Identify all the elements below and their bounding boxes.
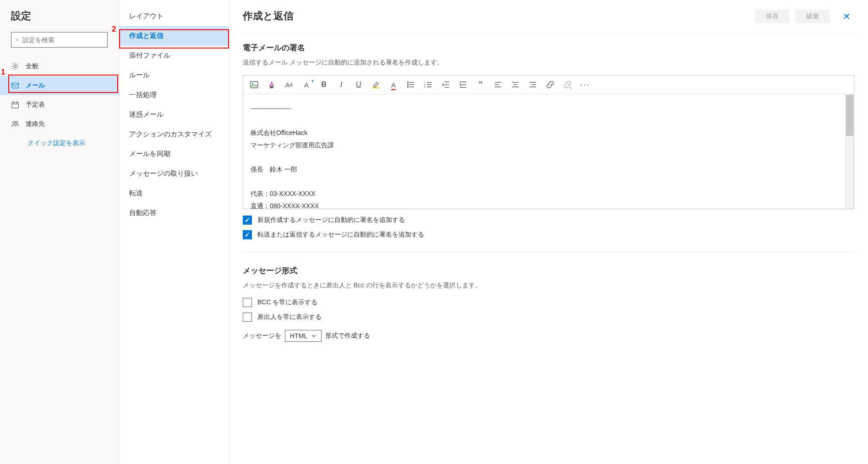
subnav-rules[interactable]: ルール bbox=[119, 65, 229, 85]
insert-image-icon[interactable] bbox=[250, 80, 259, 89]
subnav-forwarding[interactable]: 転送 bbox=[119, 183, 229, 203]
svg-point-17 bbox=[408, 84, 409, 85]
people-icon bbox=[11, 120, 19, 128]
save-button[interactable]: 保存 bbox=[755, 10, 790, 23]
nav-contacts-label: 連絡先 bbox=[26, 120, 45, 128]
outdent-icon[interactable] bbox=[441, 80, 450, 89]
checkbox-auto-sign-new-label: 新規作成するメッセージに自動的に署名を追加する bbox=[257, 216, 405, 224]
align-left-icon[interactable] bbox=[493, 80, 502, 89]
subnav-auto-reply[interactable]: 自動応答 bbox=[119, 203, 229, 223]
svg-rect-3 bbox=[12, 83, 18, 88]
svg-line-1 bbox=[18, 40, 19, 41]
close-icon[interactable]: ✕ bbox=[839, 9, 854, 24]
format-section-title: メッセージ形式 bbox=[243, 265, 854, 276]
signature-section-title: 電子メールの署名 bbox=[243, 43, 854, 53]
svg-point-16 bbox=[408, 82, 409, 83]
format-suffix: 形式で作成する bbox=[325, 332, 370, 340]
svg-point-8 bbox=[13, 122, 15, 124]
signature-textarea[interactable]: ------------------- 株式会社OfficeHackマーケティン… bbox=[243, 94, 854, 209]
chevron-down-icon bbox=[311, 333, 317, 339]
editor-scrollbar[interactable] bbox=[846, 94, 854, 209]
underline-icon[interactable]: U bbox=[354, 80, 363, 89]
subnav-sync-mail[interactable]: メールを同期 bbox=[119, 144, 229, 164]
editor-toolbar: AA A▾ B I U A 123 ” ··· bbox=[243, 76, 854, 94]
quick-settings-link[interactable]: クイック設定を表示 bbox=[27, 139, 119, 147]
discard-button[interactable]: 破棄 bbox=[795, 10, 830, 23]
annotation-1: 1 bbox=[1, 68, 5, 77]
subnav-sweep[interactable]: 一括処理 bbox=[119, 85, 229, 105]
main-panel: 作成と返信 保存 破棄 ✕ 電子メールの署名 送信するメール メッセージに自動的… bbox=[229, 0, 868, 464]
settings-search-input[interactable] bbox=[22, 36, 103, 43]
page-title: 作成と返信 bbox=[243, 9, 294, 23]
align-center-icon[interactable] bbox=[511, 80, 520, 89]
number-list-icon[interactable]: 123 bbox=[424, 80, 433, 89]
svg-point-11 bbox=[252, 83, 254, 85]
checkbox-auto-sign-reply-label: 転送または返信するメッセージに自動的に署名を追加する bbox=[257, 231, 424, 239]
indent-icon[interactable] bbox=[459, 80, 468, 89]
svg-text:3: 3 bbox=[424, 86, 426, 88]
message-format-value: HTML bbox=[290, 332, 307, 340]
quote-icon[interactable]: ” bbox=[476, 80, 485, 89]
nav-contacts[interactable]: 連絡先 bbox=[0, 114, 119, 134]
editor-scrollbar-thumb[interactable] bbox=[846, 95, 853, 136]
font-color-icon[interactable]: A bbox=[389, 80, 398, 89]
annotation-2: 2 bbox=[112, 25, 116, 34]
font-family-icon[interactable]: AA bbox=[284, 80, 294, 89]
format-prefix: メッセージを bbox=[243, 332, 281, 340]
svg-rect-4 bbox=[12, 103, 18, 108]
font-size-icon[interactable]: A▾ bbox=[302, 80, 311, 89]
align-right-icon[interactable] bbox=[528, 80, 537, 89]
svg-point-2 bbox=[14, 65, 16, 67]
bold-icon[interactable]: B bbox=[319, 80, 328, 89]
mail-icon bbox=[11, 81, 19, 90]
signature-editor: AA A▾ B I U A 123 ” ··· --------- bbox=[243, 75, 854, 209]
checkbox-show-from[interactable] bbox=[243, 313, 252, 322]
settings-title: 設定 bbox=[11, 9, 119, 23]
section-divider bbox=[243, 252, 854, 253]
link-icon[interactable] bbox=[546, 80, 555, 89]
checkbox-show-from-label: 差出人を常に表示する bbox=[257, 313, 322, 321]
subnav-layout[interactable]: レイアウト bbox=[119, 6, 229, 26]
highlight-icon[interactable] bbox=[371, 80, 381, 89]
calendar-icon bbox=[11, 101, 19, 109]
format-section-desc: メッセージを作成するときに差出人と Bcc の行を表示するかどうかを選択します。 bbox=[243, 281, 854, 290]
more-icon[interactable]: ··· bbox=[580, 80, 590, 89]
unlink-icon[interactable] bbox=[563, 80, 572, 89]
nav-calendar[interactable]: 予定表 bbox=[0, 95, 119, 114]
svg-point-18 bbox=[408, 86, 409, 87]
svg-rect-10 bbox=[251, 81, 258, 88]
settings-sidebar: 設定 全般 メール 予定表 連絡先 クイック設定を表示 bbox=[0, 0, 119, 464]
svg-line-40 bbox=[570, 87, 572, 89]
nav-general-label: 全般 bbox=[26, 62, 38, 70]
subnav-attachments[interactable]: 添付ファイル bbox=[119, 46, 229, 65]
search-icon bbox=[16, 36, 19, 43]
signature-section-desc: 送信するメール メッセージに自動的に追加される署名を作成します。 bbox=[243, 59, 854, 67]
nav-general[interactable]: 全般 bbox=[0, 57, 119, 76]
message-format-select[interactable]: HTML bbox=[285, 330, 322, 342]
checkbox-auto-sign-new[interactable] bbox=[243, 216, 252, 225]
gear-icon bbox=[11, 62, 19, 70]
settings-subnav: レイアウト 作成と返信 添付ファイル ルール 一括処理 迷惑メール アクションの… bbox=[119, 0, 229, 464]
svg-rect-12 bbox=[373, 87, 379, 88]
format-painter-icon[interactable] bbox=[267, 80, 276, 89]
italic-icon[interactable]: I bbox=[337, 80, 346, 89]
subnav-customize-actions[interactable]: アクションのカスタマイズ bbox=[119, 124, 229, 144]
svg-point-9 bbox=[16, 121, 18, 124]
checkbox-show-bcc-label: BCC を常に表示する bbox=[257, 298, 317, 307]
svg-point-0 bbox=[16, 39, 18, 41]
checkbox-show-bcc[interactable] bbox=[243, 298, 252, 307]
subnav-junk[interactable]: 迷惑メール bbox=[119, 105, 229, 124]
subnav-message-handling[interactable]: メッセージの取り扱い bbox=[119, 164, 229, 183]
settings-search[interactable] bbox=[11, 32, 108, 48]
subnav-compose-reply[interactable]: 作成と返信 bbox=[119, 26, 229, 46]
nav-calendar-label: 予定表 bbox=[26, 101, 45, 109]
nav-mail-label: メール bbox=[26, 81, 45, 90]
bullet-list-icon[interactable] bbox=[406, 80, 415, 89]
checkbox-auto-sign-reply[interactable] bbox=[243, 230, 252, 239]
nav-mail[interactable]: メール bbox=[0, 76, 119, 95]
